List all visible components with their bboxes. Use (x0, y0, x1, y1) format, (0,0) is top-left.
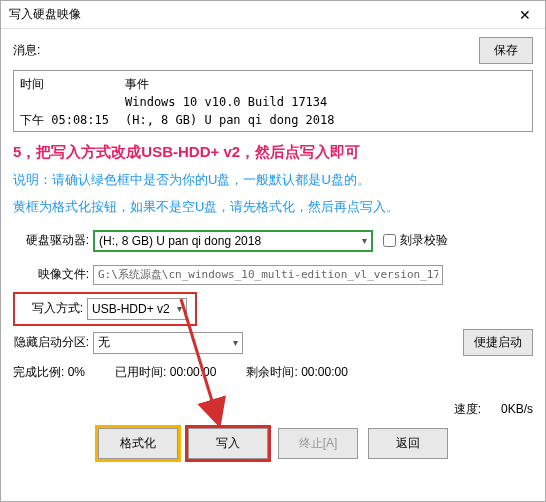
annotation-step: 5，把写入方式改成USB-HDD+ v2，然后点写入即可 (13, 140, 533, 164)
back-button[interactable]: 返回 (368, 428, 448, 459)
mode-value: USB-HDD+ v2 (92, 302, 170, 316)
convenient-button[interactable]: 便捷启动 (463, 329, 533, 356)
mode-label: 写入方式: (23, 300, 83, 317)
verify-checkbox[interactable] (383, 234, 396, 247)
titlebar: 写入硬盘映像 ✕ (1, 1, 545, 29)
image-input[interactable] (93, 265, 443, 285)
drive-label: 硬盘驱动器: (13, 232, 89, 249)
message-label: 消息: (13, 42, 40, 59)
annotation-note1: 说明：请确认绿色框中是否为你的U盘，一般默认都是U盘的。 (13, 170, 533, 191)
hidden-label: 隐藏启动分区: (13, 334, 89, 351)
log-event: Windows 10 v10.0 Build 17134 (125, 93, 327, 111)
annotation-note2: 黄框为格式化按钮，如果不是空U盘，请先格式化，然后再点写入。 (13, 197, 533, 218)
window-title: 写入硬盘映像 (9, 6, 81, 23)
chevron-down-icon: ▾ (362, 235, 367, 246)
remain-label: 剩余时间: (246, 365, 297, 379)
log-header-event: 事件 (125, 75, 149, 93)
drive-select[interactable]: (H:, 8 GB) U pan qi dong 2018 ▾ (93, 230, 373, 252)
log-box: 时间 事件 Windows 10 v10.0 Build 17134 下午 05… (13, 70, 533, 132)
elapsed-label: 已用时间: (115, 365, 166, 379)
elapsed-value: 00:00:00 (170, 365, 217, 379)
log-event: (H:, 8 GB) U pan qi dong 2018 (125, 111, 335, 129)
mode-select[interactable]: USB-HDD+ v2 ▾ (87, 298, 187, 320)
format-button[interactable]: 格式化 (98, 428, 178, 459)
speed-value: 0KB/s (501, 402, 533, 416)
abort-button[interactable]: 终止[A] (278, 428, 359, 459)
speed-label: 速度: (454, 401, 481, 418)
remain-value: 00:00:00 (301, 365, 348, 379)
drive-value: (H:, 8 GB) U pan qi dong 2018 (99, 234, 261, 248)
log-header-time: 时间 (20, 75, 125, 93)
verify-checkbox-wrap[interactable]: 刻录校验 (383, 232, 448, 249)
log-time (20, 93, 125, 111)
hidden-value: 无 (98, 334, 110, 351)
close-icon: ✕ (519, 7, 531, 23)
write-button[interactable]: 写入 (188, 428, 268, 459)
close-button[interactable]: ✕ (505, 1, 545, 29)
hidden-select[interactable]: 无 ▾ (93, 332, 243, 354)
save-button[interactable]: 保存 (479, 37, 533, 64)
progress-label: 完成比例: (13, 365, 64, 379)
log-time: 下午 05:08:15 (20, 111, 125, 129)
progress-value: 0% (68, 365, 85, 379)
chevron-down-icon: ▾ (177, 303, 182, 314)
image-label: 映像文件: (13, 266, 89, 283)
verify-label: 刻录校验 (400, 232, 448, 249)
chevron-down-icon: ▾ (233, 337, 238, 348)
